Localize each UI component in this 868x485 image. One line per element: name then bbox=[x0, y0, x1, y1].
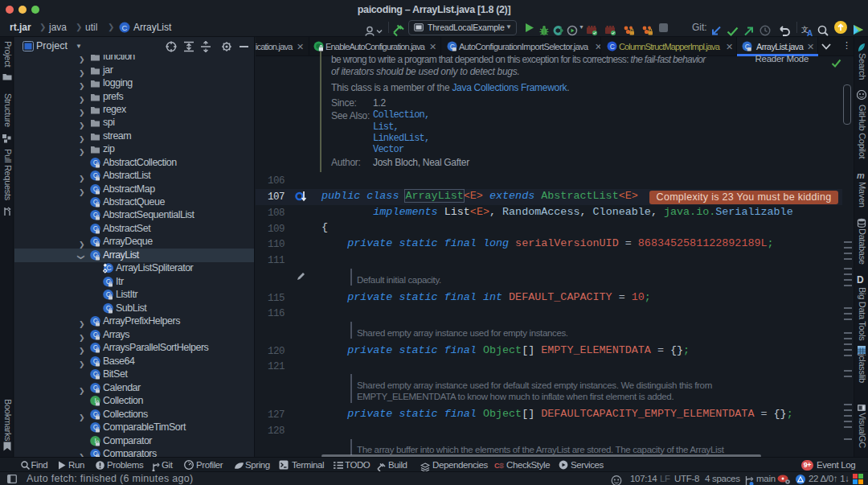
svg-text:C: C bbox=[610, 43, 615, 51]
svg-text:A: A bbox=[807, 29, 813, 38]
svg-text:C: C bbox=[122, 23, 128, 32]
svg-text:S: S bbox=[499, 462, 504, 470]
